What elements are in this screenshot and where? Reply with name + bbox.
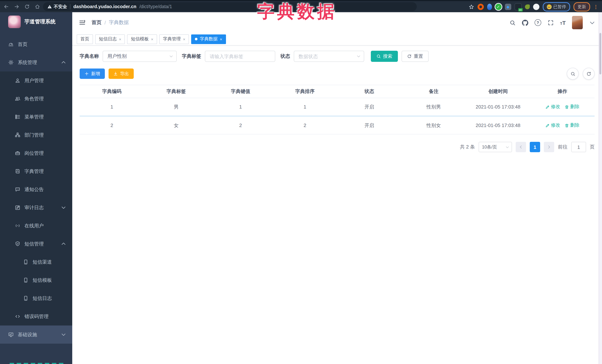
back-icon[interactable]	[4, 4, 9, 9]
column-header: 字典键值	[208, 88, 273, 95]
sidebar-item-7[interactable]: 字典管理	[0, 162, 72, 180]
dict-name-value[interactable]	[107, 53, 173, 59]
tab-4[interactable]: 字典数据×	[191, 34, 226, 44]
browser-toolbar: 不安全 dashboard.yudao.iocoder.cn /dict/typ…	[0, 0, 602, 12]
sidebar-item-9[interactable]: 审计日志	[0, 198, 72, 217]
extension-puzzle-icon[interactable]	[533, 3, 539, 10]
table-row-1: 2女22开启性别女2021-01-05 17:03:48修改删除	[80, 117, 595, 135]
status-select[interactable]	[294, 51, 364, 62]
browser-update-button[interactable]: 更新	[573, 2, 590, 11]
sidebar-item-8[interactable]: 通知公告	[0, 180, 72, 198]
forward-icon[interactable]	[14, 4, 19, 9]
dict-label-input[interactable]	[205, 51, 275, 62]
add-button[interactable]: 新增	[80, 69, 105, 79]
sidebar-item-5[interactable]: 部门管理	[0, 126, 72, 144]
dict-label-field[interactable]	[209, 53, 271, 59]
page-size-select[interactable]: 10条/页	[479, 142, 512, 152]
edit-link[interactable]: 修改	[545, 122, 560, 128]
help-icon[interactable]: ?	[534, 19, 541, 26]
sidebar-item-10[interactable]: 在线用户	[0, 217, 72, 235]
warning-icon	[47, 4, 52, 9]
tab-2[interactable]: 短信模板×	[127, 34, 157, 44]
column-header: 备注	[402, 88, 466, 95]
fullscreen-icon[interactable]	[547, 20, 554, 26]
sidebar-item-1[interactable]: 系统管理	[0, 53, 72, 72]
refresh-icon	[407, 54, 412, 59]
extension-on-icon[interactable]: on	[514, 3, 521, 10]
search-button[interactable]: 搜索	[371, 51, 398, 62]
breadcrumb-home[interactable]: 首页	[92, 19, 101, 26]
sidebar-item-label: 错误码管理	[24, 313, 49, 320]
url-bar[interactable]: 不安全 dashboard.yudao.iocoder.cn /dict/typ…	[43, 2, 417, 11]
extension-green-check-icon[interactable]: ✓	[495, 3, 501, 10]
phone-icon	[23, 277, 29, 283]
sidebar-bottom-strip	[10, 363, 65, 364]
chevron-down-icon[interactable]	[589, 20, 595, 26]
sidebar-item-6[interactable]: 岗位管理	[0, 144, 72, 162]
scrollbar[interactable]	[599, 12, 602, 364]
security-warning[interactable]: 不安全	[47, 3, 67, 10]
delete-link[interactable]: 删除	[565, 122, 580, 128]
sidebar-item-16[interactable]: 基础设施	[0, 325, 72, 344]
sidebar-item-4[interactable]: 菜单管理	[0, 108, 72, 126]
cell-value: 2	[208, 123, 273, 128]
extension-leaf-icon[interactable]	[525, 4, 530, 9]
dashboard-icon	[8, 42, 14, 47]
refresh-button[interactable]	[583, 68, 595, 80]
dict-name-select[interactable]	[103, 51, 177, 62]
browser-menu-icon[interactable]: ⋮	[593, 4, 598, 9]
close-icon[interactable]: ×	[151, 37, 153, 41]
edit-link[interactable]: 修改	[545, 104, 560, 110]
search-icon	[570, 71, 575, 76]
pagination: 共 2 条 10条/页 1 前往 页	[80, 142, 595, 152]
sidebar-item-3[interactable]: 角色管理	[0, 90, 72, 108]
chevron-right-icon	[547, 145, 551, 149]
sidebar-item-14[interactable]: 短信日志	[0, 289, 72, 307]
sidebar-item-label: 短信渠道	[32, 259, 52, 265]
tab-0[interactable]: 首页	[77, 34, 93, 44]
reload-icon[interactable]	[24, 4, 30, 9]
sidebar-item-2[interactable]: 用户管理	[0, 72, 72, 90]
sidebar-item-15[interactable]: 错误码管理	[0, 307, 72, 325]
avatar[interactable]	[572, 16, 583, 29]
delete-link[interactable]: 删除	[565, 104, 580, 110]
toggle-search-button[interactable]	[567, 68, 579, 80]
close-icon[interactable]: ×	[183, 37, 185, 41]
code-icon	[15, 314, 20, 319]
header-actions: ? TT	[509, 16, 595, 29]
github-icon[interactable]	[522, 20, 528, 26]
goto-page-input[interactable]	[571, 142, 586, 152]
sidebar-item-13[interactable]: 短信模板	[0, 271, 72, 289]
sidebar-item-12[interactable]: 短信渠道	[0, 253, 72, 271]
tab-3[interactable]: 字典管理×	[159, 34, 189, 44]
search-icon[interactable]	[509, 20, 516, 26]
close-icon[interactable]: ×	[220, 37, 222, 41]
collapse-sidebar-icon[interactable]	[79, 19, 86, 26]
cell-value: 1	[208, 104, 273, 110]
extension-orange-icon[interactable]	[477, 3, 484, 10]
phone-icon	[23, 259, 29, 265]
fontsize-icon[interactable]: TT	[560, 20, 566, 26]
sidebar-item-label: 通知公告	[24, 186, 44, 193]
cell-sort: 1	[273, 104, 337, 110]
sidebar-item-11[interactable]: 短信管理	[0, 235, 72, 253]
extension-bars-icon[interactable]: ◆	[505, 3, 511, 10]
home-icon[interactable]	[35, 4, 40, 9]
extension-paused-chip[interactable]: 😂 已暂停	[543, 2, 570, 11]
next-page-button[interactable]	[544, 142, 554, 152]
sidebar-item-label: 短信管理	[24, 240, 44, 247]
scrollbar-thumb[interactable]	[599, 33, 601, 74]
sidebar-logo-row[interactable]: 芋道管理系统	[0, 12, 72, 31]
export-button[interactable]: 导出	[108, 69, 134, 79]
close-icon[interactable]: ×	[119, 37, 121, 41]
reset-button[interactable]: 重置	[402, 51, 429, 62]
main-area: 首页 / 字典数据 ? TT 首页短信日志×短信模板×字典管理×字典数据× 字典…	[72, 12, 602, 364]
sidebar-item-0[interactable]: 首页	[0, 35, 72, 53]
prev-page-button[interactable]	[516, 142, 526, 152]
tab-1[interactable]: 短信日志×	[95, 34, 125, 44]
page-number-button[interactable]: 1	[530, 142, 540, 152]
chevron-up-icon	[61, 241, 66, 247]
extension-blue-icon[interactable]	[487, 3, 492, 10]
bookmark-star-icon[interactable]	[468, 4, 474, 10]
status-value[interactable]	[298, 53, 360, 59]
